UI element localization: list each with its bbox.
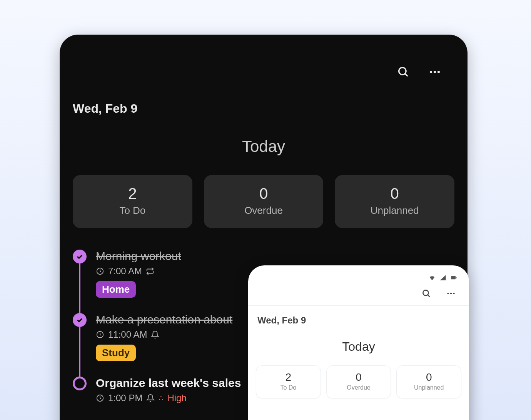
stat-todo[interactable]: 2 To Do bbox=[256, 365, 321, 398]
svg-point-14 bbox=[453, 293, 454, 294]
stat-value: 0 bbox=[397, 371, 461, 383]
checkmark-circle-icon[interactable] bbox=[73, 250, 87, 263]
stats-row: 2 To Do 0 Overdue 0 Unplanned bbox=[248, 365, 469, 398]
task-time: 11:00 AM bbox=[108, 329, 147, 340]
svg-point-10 bbox=[423, 290, 428, 295]
clock-icon bbox=[96, 394, 104, 402]
task-tag[interactable]: Study bbox=[96, 345, 136, 361]
search-icon[interactable] bbox=[397, 65, 410, 78]
stat-label: Unplanned bbox=[397, 384, 461, 391]
svg-line-1 bbox=[405, 74, 408, 77]
task-time: 7:00 AM bbox=[108, 266, 142, 277]
checkmark-circle-icon[interactable] bbox=[73, 313, 87, 327]
stat-value: 2 bbox=[73, 185, 192, 202]
more-icon[interactable] bbox=[428, 65, 441, 78]
stat-label: Overdue bbox=[204, 205, 324, 217]
svg-line-11 bbox=[427, 295, 429, 297]
stat-label: Overdue bbox=[327, 384, 391, 391]
timeline-connector bbox=[79, 263, 80, 315]
current-date: Wed, Feb 9 bbox=[60, 102, 468, 116]
page-title: Today bbox=[60, 137, 468, 156]
clock-icon bbox=[96, 330, 104, 339]
clock-icon bbox=[96, 267, 104, 275]
stat-value: 0 bbox=[335, 185, 454, 202]
current-date: Wed, Feb 9 bbox=[248, 306, 469, 326]
light-topbar bbox=[248, 285, 469, 306]
task-time: 1:00 PM bbox=[108, 393, 142, 403]
stat-value: 0 bbox=[204, 185, 324, 202]
status-bar bbox=[248, 265, 469, 285]
stat-label: To Do bbox=[73, 205, 192, 217]
task-title: Morning workout bbox=[96, 250, 468, 263]
timeline-connector bbox=[79, 327, 80, 378]
stat-label: To Do bbox=[256, 384, 321, 391]
stat-todo[interactable]: 2 To Do bbox=[73, 175, 192, 228]
bell-icon bbox=[146, 394, 155, 402]
dark-topbar bbox=[60, 50, 468, 90]
stat-value: 0 bbox=[327, 371, 391, 383]
light-device-frame: Wed, Feb 9 Today 2 To Do 0 Overdue 0 Unp… bbox=[248, 265, 469, 420]
svg-rect-8 bbox=[451, 276, 456, 279]
svg-point-2 bbox=[430, 71, 432, 73]
stat-unplanned[interactable]: 0 Unplanned bbox=[335, 175, 454, 228]
priority-dots-icon: ∴ bbox=[159, 393, 164, 403]
signal-icon bbox=[439, 274, 447, 282]
stat-unplanned[interactable]: 0 Unplanned bbox=[396, 365, 461, 398]
stat-overdue[interactable]: 0 Overdue bbox=[326, 365, 391, 398]
svg-point-3 bbox=[434, 71, 436, 73]
wifi-icon bbox=[428, 274, 436, 282]
svg-point-4 bbox=[437, 71, 440, 73]
empty-circle-icon[interactable] bbox=[73, 377, 87, 390]
search-icon[interactable] bbox=[421, 288, 431, 298]
page-title: Today bbox=[248, 340, 469, 354]
svg-point-0 bbox=[399, 68, 406, 75]
stat-label: Unplanned bbox=[335, 205, 454, 217]
svg-point-12 bbox=[447, 293, 449, 294]
battery-icon bbox=[450, 274, 458, 282]
repeat-icon bbox=[146, 267, 154, 275]
stat-value: 2 bbox=[256, 371, 321, 383]
more-icon[interactable] bbox=[446, 288, 456, 298]
svg-point-13 bbox=[450, 293, 452, 294]
task-tag[interactable]: Home bbox=[96, 281, 136, 298]
svg-rect-9 bbox=[456, 277, 457, 278]
bell-icon bbox=[151, 330, 159, 339]
priority-label: High bbox=[167, 393, 186, 403]
stat-overdue[interactable]: 0 Overdue bbox=[204, 175, 324, 228]
stats-row: 2 To Do 0 Overdue 0 Unplanned bbox=[60, 175, 468, 228]
